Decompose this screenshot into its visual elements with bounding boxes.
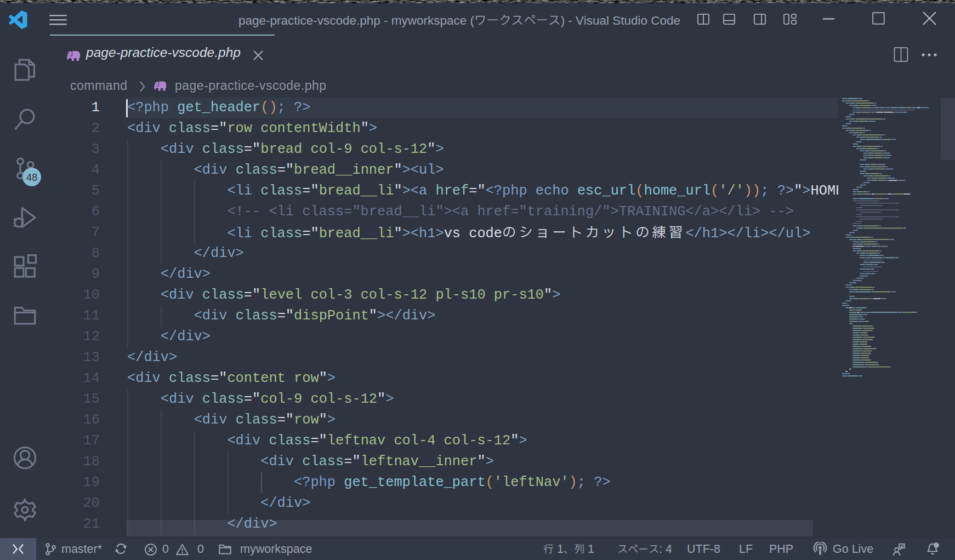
svg-text:48: 48	[26, 172, 38, 183]
